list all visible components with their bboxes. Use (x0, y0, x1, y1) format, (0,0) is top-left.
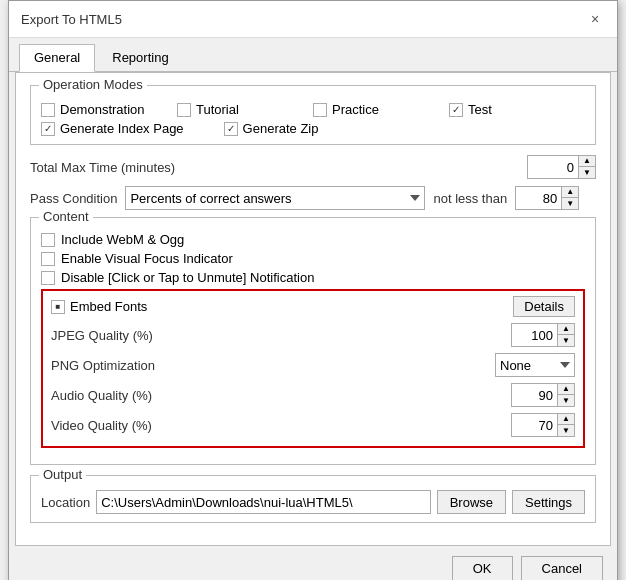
total-max-time-input[interactable]: 0 (528, 158, 578, 177)
jpeg-quality-row: JPEG Quality (%) 100 ▲ ▼ (51, 322, 575, 348)
content-title: Content (39, 209, 93, 224)
png-optimization-row: PNG Optimization None Low Medium High (51, 352, 575, 378)
practice-label: Practice (332, 102, 379, 117)
disable-click-label: Disable [Click or Tap to Unmute] Notific… (61, 270, 314, 285)
embed-fonts-checkbox[interactable] (51, 300, 65, 314)
operation-modes-checkboxes: Demonstration Tutorial Practice Test (41, 102, 585, 117)
pass-condition-spinbox: 80 ▲ ▼ (515, 186, 579, 210)
tab-general[interactable]: General (19, 44, 95, 72)
audio-quality-up[interactable]: ▲ (558, 384, 574, 395)
video-quality-arrows: ▲ ▼ (557, 414, 574, 436)
audio-quality-input[interactable]: 90 (512, 386, 557, 405)
cancel-button[interactable]: Cancel (521, 556, 603, 580)
tutorial-checkbox[interactable] (177, 103, 191, 117)
pass-condition-arrows: ▲ ▼ (561, 187, 578, 209)
practice-checkbox-item: Practice (313, 102, 449, 117)
audio-quality-label: Audio Quality (%) (51, 388, 152, 403)
video-quality-controls: 70 ▲ ▼ (511, 413, 575, 437)
png-optimization-controls: None Low Medium High (495, 353, 575, 377)
include-webm-label: Include WebM & Ogg (61, 232, 184, 247)
audio-quality-down[interactable]: ▼ (558, 395, 574, 406)
jpeg-quality-input[interactable]: 100 (512, 326, 557, 345)
enable-visual-row: Enable Visual Focus Indicator (41, 251, 585, 266)
test-label: Test (468, 102, 492, 117)
tutorial-label: Tutorial (196, 102, 239, 117)
location-label: Location (41, 495, 90, 510)
disable-click-row: Disable [Click or Tap to Unmute] Notific… (41, 270, 585, 285)
content-group: Content Include WebM & Ogg Enable Visual… (30, 217, 596, 465)
video-quality-down[interactable]: ▼ (558, 425, 574, 436)
jpeg-quality-down[interactable]: ▼ (558, 335, 574, 346)
generate-index-checkbox[interactable] (41, 122, 55, 136)
pass-condition-select[interactable]: Percents of correct answers (125, 186, 425, 210)
include-webm-checkbox[interactable] (41, 233, 55, 247)
tutorial-checkbox-item: Tutorial (177, 102, 313, 117)
generate-zip-item: Generate Zip (224, 121, 319, 136)
video-quality-input[interactable]: 70 (512, 416, 557, 435)
embed-fonts-row: Embed Fonts Details (51, 295, 575, 318)
jpeg-quality-label: JPEG Quality (%) (51, 328, 153, 343)
total-max-time-row: Total Max Time (minutes) 0 ▲ ▼ (30, 155, 596, 179)
jpeg-quality-spinbox: 100 ▲ ▼ (511, 323, 575, 347)
generate-index-label: Generate Index Page (60, 121, 184, 136)
audio-quality-row: Audio Quality (%) 90 ▲ ▼ (51, 382, 575, 408)
enable-visual-label: Enable Visual Focus Indicator (61, 251, 233, 266)
audio-quality-arrows: ▲ ▼ (557, 384, 574, 406)
tab-reporting[interactable]: Reporting (97, 44, 183, 71)
pass-condition-row: Pass Condition Percents of correct answe… (30, 186, 596, 210)
practice-checkbox[interactable] (313, 103, 327, 117)
generate-zip-label: Generate Zip (243, 121, 319, 136)
demonstration-checkbox-item: Demonstration (41, 102, 177, 117)
pass-condition-input[interactable]: 80 (516, 189, 561, 208)
test-checkbox-item: Test (449, 102, 585, 117)
tab-bar: General Reporting (9, 38, 617, 72)
settings-button[interactable]: Settings (512, 490, 585, 514)
generate-index-item: Generate Index Page (41, 121, 184, 136)
details-button[interactable]: Details (513, 296, 575, 317)
ok-button[interactable]: OK (452, 556, 513, 580)
png-optimization-label: PNG Optimization (51, 358, 155, 373)
jpeg-quality-controls: 100 ▲ ▼ (511, 323, 575, 347)
png-optimization-select[interactable]: None Low Medium High (495, 353, 575, 377)
generate-zip-checkbox[interactable] (224, 122, 238, 136)
export-dialog: Export To HTML5 × General Reporting Oper… (8, 0, 618, 580)
output-group: Output Location C:\Users\Admin\Downloads… (30, 475, 596, 523)
main-content: Operation Modes Demonstration Tutorial P… (15, 72, 611, 546)
pass-condition-label: Pass Condition (30, 191, 117, 206)
total-max-time-down[interactable]: ▼ (579, 167, 595, 178)
total-max-time-label: Total Max Time (minutes) (30, 160, 175, 175)
audio-quality-controls: 90 ▲ ▼ (511, 383, 575, 407)
disable-click-checkbox[interactable] (41, 271, 55, 285)
operation-modes-group: Operation Modes Demonstration Tutorial P… (30, 85, 596, 145)
video-quality-spinbox: 70 ▲ ▼ (511, 413, 575, 437)
embed-fonts-label: Embed Fonts (70, 299, 147, 314)
audio-quality-spinbox: 90 ▲ ▼ (511, 383, 575, 407)
total-max-time-up[interactable]: ▲ (579, 156, 595, 167)
enable-visual-checkbox[interactable] (41, 252, 55, 266)
output-title: Output (39, 467, 86, 482)
dialog-title: Export To HTML5 (21, 12, 122, 27)
bottom-buttons: OK Cancel (9, 552, 617, 580)
title-bar: Export To HTML5 × (9, 1, 617, 38)
pass-condition-down[interactable]: ▼ (562, 198, 578, 209)
not-less-than-label: not less than (433, 191, 507, 206)
operation-modes-title: Operation Modes (39, 77, 147, 92)
jpeg-quality-up[interactable]: ▲ (558, 324, 574, 335)
location-row: Location C:\Users\Admin\Downloads\nui-lu… (41, 490, 585, 514)
total-max-time-arrows: ▲ ▼ (578, 156, 595, 178)
red-border-section: Embed Fonts Details JPEG Quality (%) 100… (41, 289, 585, 448)
total-max-time-spinbox: 0 ▲ ▼ (527, 155, 596, 179)
test-checkbox[interactable] (449, 103, 463, 117)
demonstration-label: Demonstration (60, 102, 145, 117)
close-button[interactable]: × (585, 9, 605, 29)
include-webm-row: Include WebM & Ogg (41, 232, 585, 247)
video-quality-up[interactable]: ▲ (558, 414, 574, 425)
demonstration-checkbox[interactable] (41, 103, 55, 117)
pass-condition-up[interactable]: ▲ (562, 187, 578, 198)
video-quality-label: Video Quality (%) (51, 418, 152, 433)
video-quality-row: Video Quality (%) 70 ▲ ▼ (51, 412, 575, 438)
jpeg-quality-arrows: ▲ ▼ (557, 324, 574, 346)
location-input[interactable]: C:\Users\Admin\Downloads\nui-lua\HTML5\ (96, 490, 431, 514)
browse-button[interactable]: Browse (437, 490, 506, 514)
